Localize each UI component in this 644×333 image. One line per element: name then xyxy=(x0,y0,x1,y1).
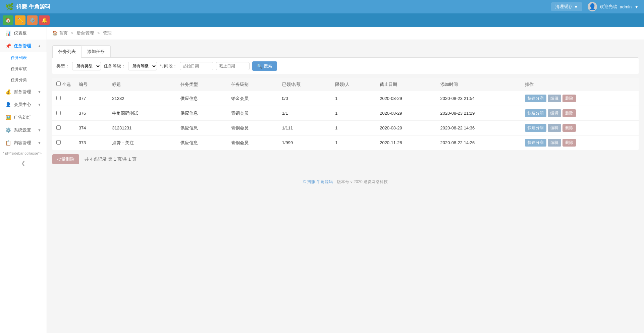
row-title: 31231231 xyxy=(108,121,176,135)
sidebar-item-task-list[interactable]: 任务列表 xyxy=(0,52,47,63)
sidebar-item-task-review[interactable]: 任务审核 xyxy=(0,63,47,74)
delete-btn-0[interactable]: 删除 xyxy=(562,95,576,102)
manage-store-button[interactable]: 清理缓存 ▼ xyxy=(551,2,582,11)
pagination-info: 共 4 条记录 第 1 页/共 1 页 xyxy=(85,156,137,162)
th-title: 标题 xyxy=(108,78,176,91)
app-logo: 🌿 抖赚-牛角源码 xyxy=(5,3,50,11)
filter-bar: 类型： 所有类型 供应信息 需求信息 任务等级： 所有等级 铂金会员 青铜会员 … xyxy=(52,57,639,74)
sidebar-item-finance[interactable]: 💰 财务管理 ▼ xyxy=(0,86,47,98)
table-row: 373 点赞＋关注 供应信息 青铜会员 1/999 1 2020-11-28 2… xyxy=(52,135,639,150)
footer: © 抖赚-牛角源码 版本号 v 2020 迅炎网络科技 xyxy=(47,174,644,190)
sidebar-item-task-classify[interactable]: 任务分类 xyxy=(0,74,47,86)
sidebar-collapse-btn[interactable]: ❮ xyxy=(0,157,47,169)
ad-icon: 🖼️ xyxy=(5,115,11,120)
edit-btn-2[interactable]: 编辑 xyxy=(548,124,561,132)
row-deadline: 2020-08-29 xyxy=(376,106,436,121)
row-actions: 快速分润 编辑 删除 xyxy=(521,121,639,135)
row-task-type: 供应信息 xyxy=(176,121,227,135)
footer-copyright[interactable]: © 抖赚-牛角源码 xyxy=(303,179,333,184)
sidebar-label-ad: 广告幻灯 xyxy=(14,114,31,120)
filter-start-date[interactable] xyxy=(180,62,213,70)
delete-btn-3[interactable]: 删除 xyxy=(562,139,576,147)
row-claimed: 1/999 xyxy=(278,135,331,150)
content-chevron: ▼ xyxy=(38,141,41,145)
filter-type-label: 类型： xyxy=(56,63,69,69)
row-id: 373 xyxy=(75,135,108,150)
members-chevron: ▼ xyxy=(38,103,41,107)
row-checkbox-0[interactable] xyxy=(56,96,61,100)
breadcrumb-sep2: > xyxy=(97,31,101,36)
filter-type-select[interactable]: 所有类型 供应信息 需求信息 xyxy=(72,62,101,70)
delete-btn-1[interactable]: 删除 xyxy=(562,109,576,117)
th-limit: 限领/人 xyxy=(331,78,376,91)
tab-task-list[interactable]: 任务列表 xyxy=(53,46,82,58)
home-icon-btn[interactable]: 🏠 xyxy=(3,15,13,25)
row-checkbox-3[interactable] xyxy=(56,140,61,145)
edit-icon-btn[interactable]: ✏️ xyxy=(15,15,25,25)
sidebar-item-system-settings[interactable]: ⚙️ 系统设置 ▼ xyxy=(0,124,47,136)
tab-add-task[interactable]: 添加任务 xyxy=(82,46,110,58)
sidebar-item-members[interactable]: 👤 会员中心 ▼ xyxy=(0,98,47,111)
batch-delete-button[interactable]: 批量删除 xyxy=(52,154,79,164)
sidebar-label-task-mgmt: 任务管理 xyxy=(14,43,31,49)
th-task-type: 任务类型 xyxy=(176,78,227,91)
settings-icon-btn[interactable]: ⚙️ xyxy=(27,15,38,25)
task-table: 全选 编号 标题 任务类型 任务级别 已领/名额 限领/人 截止日期 添加时间 … xyxy=(52,78,639,150)
quick-action-btn-2[interactable]: 快速分润 xyxy=(525,124,546,132)
manage-store-label: 清理缓存 xyxy=(555,4,573,10)
members-icon: 👤 xyxy=(5,102,11,107)
filter-level-select[interactable]: 所有等级 铂金会员 青铜会员 xyxy=(128,62,157,70)
sidebar-label-task-classify: 任务分类 xyxy=(11,77,27,82)
search-icon: 🔍 xyxy=(257,64,262,69)
sidebar-item-task-mgmt[interactable]: 📌 任务管理 ▲ xyxy=(0,40,47,52)
row-task-type: 供应信息 xyxy=(176,91,227,106)
user-info[interactable]: 👤 欢迎光临 admin ▼ xyxy=(588,2,639,11)
th-id: 编号 xyxy=(75,78,108,91)
footer-version: 版本号 v 2020 迅炎网络科技 xyxy=(337,179,388,184)
bottom-bar: 批量删除 共 4 条记录 第 1 页/共 1 页 xyxy=(52,150,639,168)
row-checkbox-2[interactable] xyxy=(56,125,61,130)
sidebar-item-content-mgmt[interactable]: 📋 内容管理 ▼ xyxy=(0,136,47,149)
breadcrumb-admin: 后台管理 xyxy=(76,31,94,36)
row-actions: 快速分润 编辑 删除 xyxy=(521,135,639,150)
edit-btn-0[interactable]: 编辑 xyxy=(548,95,561,102)
filter-end-date[interactable] xyxy=(216,62,250,70)
breadcrumb-sep1: > xyxy=(71,31,74,36)
task-mgmt-chevron: ▲ xyxy=(38,44,41,48)
delete-btn-2[interactable]: 删除 xyxy=(562,124,576,132)
row-checkbox-1[interactable] xyxy=(56,111,61,115)
sidebar-label-finance: 财务管理 xyxy=(14,89,31,95)
edit-btn-1[interactable]: 编辑 xyxy=(548,109,561,117)
row-checkbox-cell xyxy=(52,135,75,150)
finance-icon: 💰 xyxy=(5,89,11,95)
content-icon: 📋 xyxy=(5,140,11,146)
edit-btn-3[interactable]: 编辑 xyxy=(548,139,561,147)
quick-action-btn-1[interactable]: 快速分润 xyxy=(525,109,546,117)
user-chevron: ▼ xyxy=(634,4,639,9)
quick-action-btn-3[interactable]: 快速分润 xyxy=(525,139,546,147)
table-row: 376 牛角源码测试 供应信息 青铜会员 1/1 1 2020-08-29 20… xyxy=(52,106,639,121)
sidebar-label-settings: 系统设置 xyxy=(14,127,31,133)
sidebar-label-members: 会员中心 xyxy=(14,102,31,108)
search-button[interactable]: 🔍 搜索 xyxy=(252,61,277,71)
app-title: 抖赚-牛角源码 xyxy=(16,3,50,10)
breadcrumb-home: 首页 xyxy=(59,31,68,36)
row-claimed: 1/1 xyxy=(278,106,331,121)
notification-icon-btn[interactable]: 🔔 xyxy=(39,15,50,25)
row-checkbox-cell xyxy=(52,106,75,121)
row-task-type: 供应信息 xyxy=(176,106,227,121)
filter-level-label: 任务等级： xyxy=(104,63,125,69)
sidebar-item-dashboard[interactable]: 📊 仪表板 xyxy=(0,27,47,40)
settings-icon: ⚙️ xyxy=(5,127,11,133)
top-nav: 🌿 抖赚-牛角源码 清理缓存 ▼ 👤 欢迎光临 admin ▼ xyxy=(0,0,644,13)
logo-icon: 🌿 xyxy=(5,3,14,11)
finance-chevron: ▼ xyxy=(38,90,41,94)
row-id: 376 xyxy=(75,106,108,121)
row-actions: 快速分润 编辑 删除 xyxy=(521,106,639,121)
select-all-checkbox[interactable] xyxy=(56,81,61,86)
row-title: 21232 xyxy=(108,91,176,106)
manage-store-chevron: ▼ xyxy=(574,4,578,9)
row-deadline: 2020-11-28 xyxy=(376,135,436,150)
sidebar-item-ad-lantern[interactable]: 🖼️ 广告幻灯 xyxy=(0,111,47,124)
quick-action-btn-0[interactable]: 快速分润 xyxy=(525,95,546,102)
